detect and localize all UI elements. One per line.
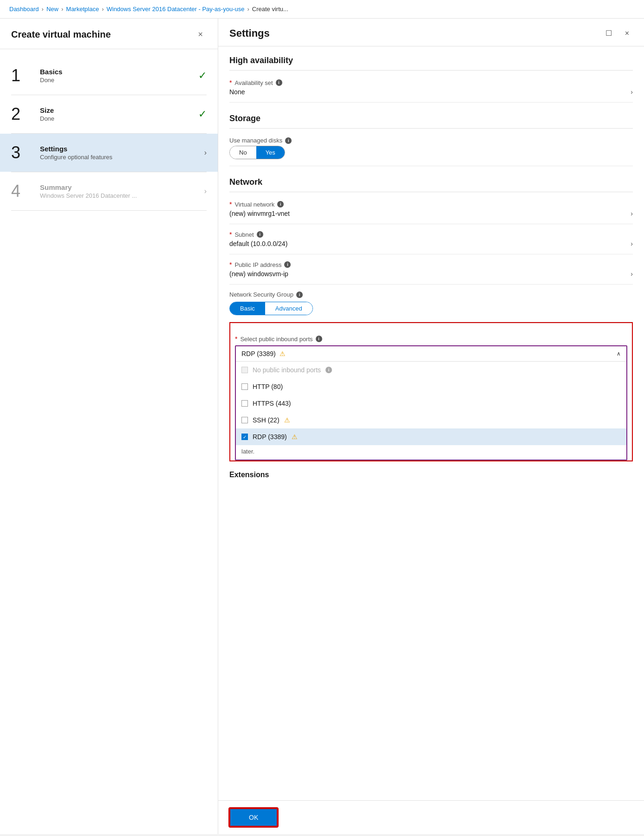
step-1-check-icon: ✓ <box>198 70 207 82</box>
step-3-content: Settings Configure optional features <box>34 145 201 161</box>
dropdown-item-https-label: HTTPS (443) <box>253 400 291 407</box>
select-inbound-label-text: Select public inbound ports <box>240 336 312 343</box>
vnet-required-star: * <box>229 201 232 208</box>
step-3[interactable]: 3 Settings Configure optional features › <box>0 134 218 172</box>
dropdown-item-https[interactable]: HTTPS (443) <box>236 395 626 412</box>
virtual-network-label-text: Virtual network <box>234 201 274 208</box>
subnet-label-text: Subnet <box>234 231 254 238</box>
dropdown-item-http[interactable]: HTTP (80) <box>236 378 626 395</box>
virtual-network-value[interactable]: (new) winvmrg1-vnet › <box>229 210 633 217</box>
managed-disks-label-text: Use managed disks <box>229 137 282 144</box>
step-2[interactable]: 2 Size Done ✓ <box>0 95 218 133</box>
availability-set-info-icon[interactable]: i <box>276 79 282 86</box>
dropdown-item-no-inbound-label: No public inbound ports <box>253 366 321 374</box>
step-1-number: 1 <box>11 66 34 85</box>
steps-container: 1 Basics Done ✓ 2 Size Done ✓ 3 <box>0 49 218 834</box>
subnet-required-star: * <box>229 231 232 238</box>
subnet-field[interactable]: * Subnet i default (10.0.0.0/24) › <box>229 224 633 254</box>
availability-set-chevron-icon: › <box>631 88 633 96</box>
dropdown-item-rdp[interactable]: ✓ RDP (3389) ⚠ <box>236 428 626 445</box>
vnet-info-icon[interactable]: i <box>277 201 284 207</box>
public-ip-label-text: Public IP address <box>234 261 281 268</box>
step-4-chevron-icon: › <box>204 187 207 195</box>
subnet-value[interactable]: default (10.0.0.0/24) › <box>229 240 633 247</box>
maximize-button[interactable]: ☐ <box>602 27 616 39</box>
nsg-advanced-tab[interactable]: Advanced <box>265 302 312 315</box>
checkbox-rdp[interactable]: ✓ <box>241 434 248 440</box>
dropdown-item-no-inbound[interactable]: No public inbound ports i <box>236 362 626 378</box>
checkbox-ssh[interactable] <box>241 417 248 423</box>
breadcrumb-product[interactable]: Windows Server 2016 Datacenter - Pay-as-… <box>106 6 244 13</box>
virtual-network-field[interactable]: * Virtual network i (new) winvmrg1-vnet … <box>229 194 633 224</box>
storage-section: Storage Use managed disks i No Yes <box>229 104 633 166</box>
vnet-chevron-icon: › <box>631 210 633 217</box>
step-1-content: Basics Done <box>34 68 195 84</box>
dropdown-item-ssh-label: SSH (22) <box>253 416 280 424</box>
managed-disks-no-option[interactable]: No <box>230 146 256 159</box>
availability-set-field[interactable]: * Availability set i None › <box>229 72 633 103</box>
step-2-number: 2 <box>11 104 34 124</box>
breadcrumb-current: Create virtu... <box>252 6 288 13</box>
step-4-number: 4 <box>11 181 34 201</box>
dropdown-footer-text: later. <box>236 445 626 460</box>
select-inbound-info-icon[interactable]: i <box>316 336 322 342</box>
virtual-network-label: * Virtual network i <box>229 201 633 208</box>
dropdown-item-http-label: HTTP (80) <box>253 383 283 390</box>
breadcrumb-dashboard[interactable]: Dashboard <box>9 6 39 13</box>
virtual-network-value-text: (new) winvmrg1-vnet <box>229 210 290 217</box>
pip-info-icon[interactable]: i <box>284 261 291 268</box>
close-button[interactable]: × <box>194 28 207 41</box>
step-3-number: 3 <box>11 143 34 162</box>
checkbox-https[interactable] <box>241 400 248 407</box>
step-4[interactable]: 4 Summary Windows Server 2016 Datacenter… <box>0 172 218 210</box>
availability-set-label: * Availability set i <box>229 79 633 86</box>
dropdown-list: No public inbound ports i HTTP (80) <box>236 361 626 460</box>
checkbox-http[interactable] <box>241 383 248 390</box>
managed-disks-field: Use managed disks i No Yes <box>229 130 633 166</box>
header-actions: ☐ × <box>602 27 633 39</box>
select-inbound-label: * Select public inbound ports i <box>235 335 627 343</box>
right-footer: OK <box>218 800 644 834</box>
pip-chevron-icon: › <box>631 270 633 278</box>
breadcrumb: Dashboard › New › Marketplace › Windows … <box>0 0 644 19</box>
inbound-ports-dropdown[interactable]: RDP (3389) ⚠ ∧ No public inbound ports i <box>235 345 627 460</box>
network-section: Network * Virtual network i (new) winvmr… <box>229 168 633 461</box>
step-1[interactable]: 1 Basics Done ✓ <box>0 57 218 95</box>
rdp-warning-icon: ⚠ <box>292 433 298 441</box>
nsg-basic-tab[interactable]: Basic <box>230 302 265 315</box>
step-3-subtitle: Configure optional features <box>40 154 201 161</box>
breadcrumb-sep-2: › <box>61 6 63 13</box>
breadcrumb-new[interactable]: New <box>46 6 59 13</box>
public-ip-label: * Public IP address i <box>229 261 633 268</box>
dropdown-chevron-icon: ∧ <box>617 350 621 357</box>
subnet-info-icon[interactable]: i <box>257 231 263 238</box>
close-settings-button[interactable]: × <box>621 27 633 39</box>
nsg-toggle[interactable]: Basic Advanced <box>229 302 313 315</box>
step-1-subtitle: Done <box>40 77 195 84</box>
public-ip-field[interactable]: * Public IP address i (new) windowsvm-ip… <box>229 254 633 285</box>
managed-disks-yes-option[interactable]: Yes <box>256 146 285 159</box>
dropdown-header[interactable]: RDP (3389) ⚠ ∧ <box>236 346 626 361</box>
dropdown-item-rdp-label: RDP (3389) <box>253 433 287 441</box>
public-ip-value[interactable]: (new) windowsvm-ip › <box>229 270 633 278</box>
step-4-content: Summary Windows Server 2016 Datacenter .… <box>34 183 201 199</box>
breadcrumb-marketplace[interactable]: Marketplace <box>66 6 99 13</box>
subnet-label: * Subnet i <box>229 231 633 238</box>
step-2-content: Size Done <box>34 106 195 122</box>
nsg-info-icon[interactable]: i <box>296 292 303 298</box>
storage-title: Storage <box>229 104 633 129</box>
nsg-label: Network Security Group i <box>229 291 633 298</box>
managed-disks-toggle[interactable]: No Yes <box>229 146 285 159</box>
step-2-check-icon: ✓ <box>198 108 207 120</box>
no-inbound-info-icon[interactable]: i <box>325 367 332 373</box>
availability-set-value[interactable]: None › <box>229 88 633 96</box>
ok-button[interactable]: OK <box>229 808 278 827</box>
right-content: High availability * Availability set i N… <box>218 46 644 800</box>
inbound-required-star: * <box>235 335 237 343</box>
dropdown-item-ssh[interactable]: SSH (22) ⚠ <box>236 412 626 428</box>
step-3-chevron-icon: › <box>204 149 207 157</box>
subnet-value-text: default (10.0.0.0/24) <box>229 240 287 247</box>
extensions-label: Extensions <box>229 463 633 483</box>
managed-disks-info-icon[interactable]: i <box>285 137 292 144</box>
network-title: Network <box>229 168 633 192</box>
